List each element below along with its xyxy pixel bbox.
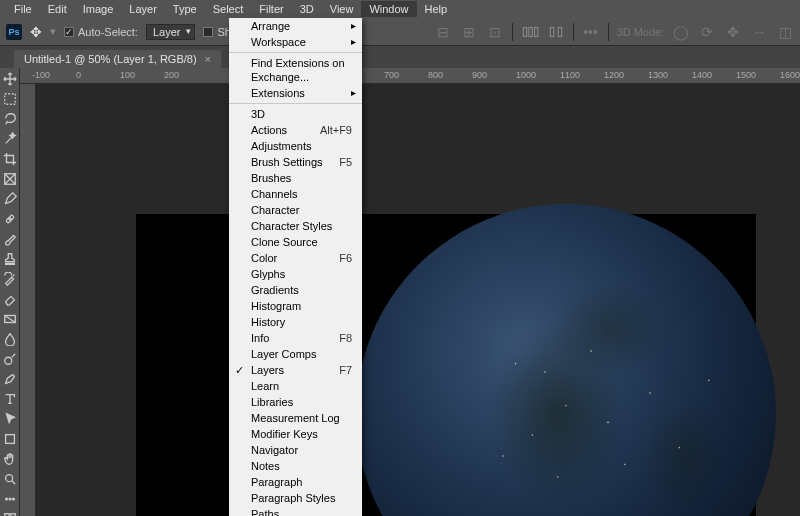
move-tool-icon[interactable]: ✥ xyxy=(30,24,42,40)
menu-item-label: Libraries xyxy=(251,395,293,409)
menu-item-arrange[interactable]: Arrange xyxy=(229,18,362,34)
menu-item-navigator[interactable]: Navigator xyxy=(229,442,362,458)
menu-item-label: 3D xyxy=(251,107,265,121)
menu-item-notes[interactable]: Notes xyxy=(229,458,362,474)
more-icon[interactable]: ••• xyxy=(582,24,600,40)
menu-select[interactable]: Select xyxy=(205,1,252,17)
menu-item-paragraph-styles[interactable]: Paragraph Styles xyxy=(229,490,362,506)
eyedropper-tool[interactable] xyxy=(2,192,18,206)
crop-tool[interactable] xyxy=(2,152,18,166)
checkbox-icon[interactable] xyxy=(64,27,74,37)
eraser-tool[interactable] xyxy=(2,292,18,306)
canvas-area[interactable] xyxy=(36,84,800,516)
menu-item-measurement-log[interactable]: Measurement Log xyxy=(229,410,362,426)
blur-tool[interactable] xyxy=(2,332,18,346)
menu-item-clone-source[interactable]: Clone Source xyxy=(229,234,362,250)
menu-item-label: Workspace xyxy=(251,35,306,49)
menu-item-paths[interactable]: Paths xyxy=(229,506,362,516)
menu-item-color[interactable]: ColorF6 xyxy=(229,250,362,266)
doc-tab-row: Untitled-1 @ 50% (Layer 1, RGB/8) × xyxy=(0,46,800,68)
history-brush-tool[interactable] xyxy=(2,272,18,286)
menu-item-learn[interactable]: Learn xyxy=(229,378,362,394)
menu-item-adjustments[interactable]: Adjustments xyxy=(229,138,362,154)
roll-icon[interactable]: ⟳ xyxy=(698,24,716,40)
close-icon[interactable]: × xyxy=(205,53,211,65)
hand-tool[interactable] xyxy=(2,452,18,466)
menu-layer[interactable]: Layer xyxy=(121,1,165,17)
menu-item-3d[interactable]: 3D xyxy=(229,106,362,122)
menu-item-paragraph[interactable]: Paragraph xyxy=(229,474,362,490)
shortcut-label: F7 xyxy=(339,363,352,377)
menu-item-find-extensions-on-exchange-[interactable]: Find Extensions on Exchange... xyxy=(229,55,362,85)
brush-tool[interactable] xyxy=(2,232,18,246)
scale-icon[interactable]: ◫ xyxy=(776,24,794,40)
menu-item-character[interactable]: Character xyxy=(229,202,362,218)
auto-select[interactable]: Auto-Select: xyxy=(64,26,138,38)
wand-tool[interactable] xyxy=(2,132,18,146)
menu-window[interactable]: Window xyxy=(361,1,416,17)
menu-item-label: Notes xyxy=(251,459,280,473)
shape-tool[interactable] xyxy=(2,432,18,446)
menu-image[interactable]: Image xyxy=(75,1,122,17)
marquee-tool[interactable] xyxy=(2,92,18,106)
pan-icon[interactable]: ✥ xyxy=(724,24,742,40)
heal-tool[interactable] xyxy=(2,212,18,226)
ruler-tick: -100 xyxy=(32,70,50,80)
ellipsis-tool[interactable] xyxy=(2,492,18,506)
menu-item-layer-comps[interactable]: Layer Comps xyxy=(229,346,362,362)
menu-item-workspace[interactable]: Workspace xyxy=(229,34,362,50)
menu-edit[interactable]: Edit xyxy=(40,1,75,17)
menu-item-character-styles[interactable]: Character Styles xyxy=(229,218,362,234)
menu-file[interactable]: File xyxy=(6,1,40,17)
doc-tab[interactable]: Untitled-1 @ 50% (Layer 1, RGB/8) × xyxy=(14,50,221,68)
lasso-tool[interactable] xyxy=(2,112,18,126)
gradient-tool[interactable] xyxy=(2,312,18,326)
menu-item-layers[interactable]: LayersF7 xyxy=(229,362,362,378)
menu-item-brush-settings[interactable]: Brush SettingsF5 xyxy=(229,154,362,170)
stamp-tool[interactable] xyxy=(2,252,18,266)
dodge-tool[interactable] xyxy=(2,352,18,366)
menu-item-label: Measurement Log xyxy=(251,411,340,425)
menu-3d[interactable]: 3D xyxy=(292,1,322,17)
menu-item-label: Adjustments xyxy=(251,139,312,153)
menu-item-history[interactable]: History xyxy=(229,314,362,330)
menu-item-info[interactable]: InfoF8 xyxy=(229,330,362,346)
menu-item-label: Modifier Keys xyxy=(251,427,318,441)
svg-rect-4 xyxy=(558,27,561,36)
align-icon[interactable]: ⊟ xyxy=(434,24,452,40)
menu-item-modifier-keys[interactable]: Modifier Keys xyxy=(229,426,362,442)
menu-item-histogram[interactable]: Histogram xyxy=(229,298,362,314)
type-tool[interactable] xyxy=(2,392,18,406)
menu-filter[interactable]: Filter xyxy=(251,1,291,17)
align-icon[interactable]: ⊡ xyxy=(486,24,504,40)
menu-item-label: Glyphs xyxy=(251,267,285,281)
layer-select[interactable]: Layer xyxy=(146,24,196,40)
menu-item-actions[interactable]: ActionsAlt+F9 xyxy=(229,122,362,138)
ruler-tick: 1100 xyxy=(560,70,580,80)
menu-item-label: Color xyxy=(251,251,277,265)
frame-tool[interactable] xyxy=(2,172,18,186)
distribute-icon[interactable] xyxy=(521,24,539,40)
orbit-icon[interactable]: ◯ xyxy=(672,24,690,40)
path-select-tool[interactable] xyxy=(2,412,18,426)
align-icon[interactable]: ⊞ xyxy=(460,24,478,40)
svg-point-11 xyxy=(5,475,12,482)
distribute-icon[interactable] xyxy=(547,24,565,40)
menu-item-glyphs[interactable]: Glyphs xyxy=(229,266,362,282)
menu-item-channels[interactable]: Channels xyxy=(229,186,362,202)
menu-item-extensions[interactable]: Extensions xyxy=(229,85,362,101)
menu-item-libraries[interactable]: Libraries xyxy=(229,394,362,410)
move-tool[interactable] xyxy=(2,72,18,86)
edit-toolbar-tool[interactable] xyxy=(2,512,18,516)
menu-help[interactable]: Help xyxy=(417,1,456,17)
ruler-tick: 100 xyxy=(120,70,135,80)
window-menu-dropdown[interactable]: ArrangeWorkspaceFind Extensions on Excha… xyxy=(229,18,362,516)
checkbox-icon[interactable] xyxy=(203,27,213,37)
menu-item-gradients[interactable]: Gradients xyxy=(229,282,362,298)
menu-view[interactable]: View xyxy=(322,1,362,17)
slide-icon[interactable]: ↔ xyxy=(750,24,768,40)
menu-item-brushes[interactable]: Brushes xyxy=(229,170,362,186)
zoom-tool[interactable] xyxy=(2,472,18,486)
pen-tool[interactable] xyxy=(2,372,18,386)
menu-type[interactable]: Type xyxy=(165,1,205,17)
